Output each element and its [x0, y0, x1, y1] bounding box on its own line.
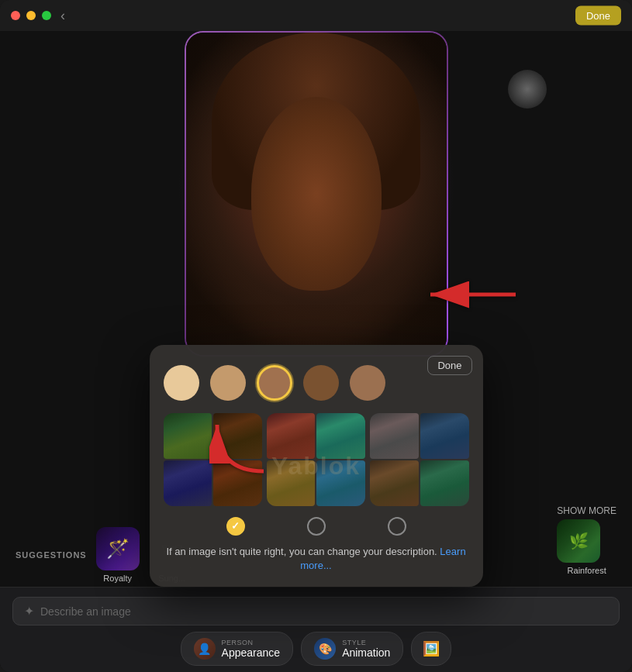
person-icon: 👤 [194, 638, 216, 660]
skin-swatches [164, 359, 469, 401]
show-more-label: SHOW MORE [557, 505, 616, 516]
traffic-lights [11, 11, 51, 20]
swatch-2[interactable] [210, 365, 246, 401]
royalty-thumb: 🪄 [96, 527, 140, 570]
describe-placeholder: Describe an image [40, 605, 131, 618]
swatch-3[interactable] [257, 365, 292, 401]
modal-done-button[interactable]: Done [427, 356, 471, 375]
tabs-row: 👤 PERSON Appearance 🎨 STYLE Animation 🖼️ [0, 632, 632, 672]
floating-orb [508, 70, 547, 109]
suggestion-royalty[interactable]: 🪄 Royalty [96, 527, 140, 583]
tab-style-animation[interactable]: 🎨 STYLE Animation [301, 632, 403, 666]
minimize-button[interactable] [26, 11, 36, 20]
checkmark-icon: ✓ [231, 520, 240, 532]
select-group-3[interactable] [388, 517, 406, 536]
sparkle-icon: ✦ [24, 604, 34, 619]
portrait-cell [213, 460, 262, 506]
tab-person-appearance[interactable]: 👤 PERSON Appearance [181, 632, 294, 666]
close-button[interactable] [11, 11, 20, 20]
portrait-face [186, 33, 447, 355]
describe-input[interactable]: ✦ Describe an image [12, 597, 620, 625]
portrait-cell [420, 460, 469, 506]
style-category: STYLE [342, 639, 390, 646]
bg-portrait [185, 31, 448, 357]
selection-dots: ✓ [164, 517, 469, 536]
swatch-4[interactable] [303, 365, 339, 401]
portrait-cell [267, 460, 316, 506]
main-window: ‹ Done SUGGESTIONS 🪄 Royalty 🕶️ Sung... [0, 0, 632, 672]
person-tab-text: PERSON Appearance [222, 639, 281, 659]
portrait-cell [316, 413, 365, 459]
animation-icon: 🎨 [314, 638, 336, 660]
maximize-button[interactable] [42, 11, 51, 20]
portrait-group-2[interactable] [267, 413, 365, 506]
back-button[interactable]: ‹ [60, 8, 65, 24]
portrait-cell [164, 460, 212, 506]
bottom-toolbar: ✦ Describe an image 👤 PERSON Appearance … [0, 587, 632, 672]
portrait-cell [420, 413, 469, 459]
animation-tab-text: STYLE Animation [342, 639, 390, 659]
portrait-cell [213, 413, 262, 459]
portrait-cell [370, 460, 419, 506]
select-group-2[interactable] [307, 517, 326, 536]
tab-image-button[interactable]: 🖼️ [411, 632, 451, 666]
info-message: If an image isn't quite right, you can c… [166, 546, 437, 557]
suggestions-label: SUGGESTIONS [16, 550, 87, 560]
select-group-1[interactable]: ✓ [226, 517, 245, 536]
royalty-label: Royalty [103, 574, 132, 583]
portrait-group-1[interactable] [164, 413, 262, 506]
main-content: SUGGESTIONS 🪄 Royalty 🕶️ Sung... SHOW MO… [0, 31, 632, 672]
face-oval [251, 97, 382, 291]
swatch-5[interactable] [350, 365, 385, 401]
person-label: Appearance [222, 646, 281, 659]
swatch-1[interactable] [164, 365, 199, 401]
portrait-cell [164, 413, 212, 459]
image-icon: 🖼️ [423, 640, 440, 657]
style-label: Animation [342, 646, 390, 659]
info-text: If an image isn't quite right, you can c… [164, 545, 469, 573]
person-category: PERSON [222, 639, 281, 646]
portrait-grid [164, 413, 469, 506]
portrait-cell [370, 413, 419, 459]
portrait-cell [267, 413, 316, 459]
portrait-group-3[interactable] [370, 413, 468, 506]
done-button-top[interactable]: Done [575, 6, 621, 26]
portrait-cell [316, 460, 365, 506]
title-bar: ‹ Done [0, 0, 632, 31]
input-row: ✦ Describe an image [0, 588, 632, 632]
skin-tone-modal: Done Yablok [150, 345, 483, 587]
